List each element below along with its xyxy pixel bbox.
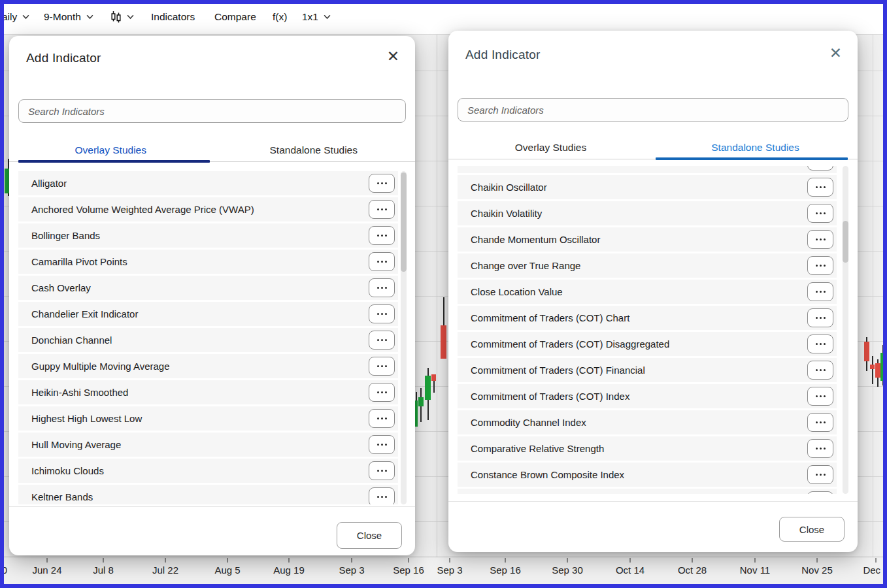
more-options-button[interactable] (807, 361, 833, 380)
ellipsis-icon (377, 496, 379, 498)
indicator-row: Donchian Channel (18, 328, 398, 352)
axis-date-label: Nov 25 (801, 564, 833, 576)
ellipsis-icon (377, 261, 379, 263)
toolbar-item-compare[interactable]: Compare (214, 0, 256, 34)
tab-overlay-studies[interactable]: Overlay Studies (448, 138, 653, 159)
tab-overlay-studies[interactable]: Overlay Studies (9, 140, 212, 161)
ellipsis-icon (816, 448, 818, 449)
ellipsis-icon (816, 212, 818, 214)
indicator-name: Constance Brown Composite Index (471, 463, 624, 487)
indicator-row: Highest High Lowest Low (18, 406, 398, 431)
toolbar-item-aily[interactable]: aily (2, 0, 29, 34)
ellipsis-icon (377, 287, 379, 289)
more-options-button[interactable] (807, 465, 833, 484)
toolbar-item-label: Compare (214, 11, 256, 23)
scrollbar-thumb[interactable] (401, 172, 407, 272)
more-options-button[interactable] (807, 308, 833, 327)
more-options-button[interactable] (807, 204, 833, 223)
indicator-name: Anchored Volume Weighted Average Price (… (31, 197, 254, 221)
indicator-name: Heikin-Ashi Smoothed (31, 380, 128, 404)
chevron-down-icon (127, 14, 134, 20)
axis-date-label: 0 (2, 564, 7, 576)
more-options-button[interactable] (807, 335, 833, 353)
indicator-list: AlligatorAnchored Volume Weighted Averag… (18, 171, 398, 504)
indicator-row: Heikin-Ashi Smoothed (18, 380, 398, 404)
indicator-name: Ichimoku Clouds (31, 459, 104, 483)
more-options-button[interactable] (369, 383, 395, 402)
indicator-row: Commitment of Traders (COT) Chart (458, 306, 837, 330)
candlestick-down (870, 356, 875, 384)
toolbar-item-f-x-[interactable]: f(x) (273, 0, 287, 34)
indicator-row: Chaikin Volatility (458, 201, 837, 225)
candlestick-down (431, 374, 436, 393)
indicator-row: Camarilla Pivot Points (18, 250, 398, 274)
more-options-button[interactable] (807, 178, 833, 197)
indicator-name: Close Location Value (471, 280, 563, 304)
more-options-button[interactable] (369, 435, 395, 454)
more-options-button[interactable] (369, 304, 395, 323)
indicator-row: Anchored Volume Weighted Average Price (… (18, 197, 398, 221)
x-axis-date-strip: 0Jun 24Jul 8Jul 22Aug 5Aug 19Sep 3Sep 16… (0, 557, 887, 585)
close-icon[interactable]: ✕ (387, 49, 399, 64)
more-options-button[interactable] (807, 491, 833, 494)
more-options-button[interactable] (369, 278, 395, 297)
ellipsis-icon (377, 182, 379, 184)
more-options-button[interactable] (807, 387, 833, 406)
more-options-button[interactable] (369, 226, 395, 245)
ellipsis-icon (377, 208, 379, 210)
axis-date-label: Oct 14 (616, 564, 644, 576)
indicator-row: Commitment of Traders (COT) Disaggregate… (458, 332, 837, 356)
more-options-button[interactable] (369, 461, 395, 480)
candlestick-down (441, 297, 446, 359)
dialog-title: Add Indicator (26, 51, 101, 65)
more-options-button[interactable] (369, 200, 395, 219)
indicator-row: Commitment of Traders (COT) Financial (458, 358, 837, 382)
more-options-button[interactable] (369, 357, 395, 376)
toolbar-item-9-month[interactable]: 9-Month (44, 0, 93, 34)
close-button[interactable]: Close (337, 522, 402, 549)
more-options-button[interactable] (807, 256, 833, 275)
toolbar-item-indicators[interactable]: Indicators (151, 0, 195, 34)
tab-standalone-studies[interactable]: Standalone Studies (212, 140, 416, 161)
list-scrollbar[interactable] (401, 171, 407, 504)
search-indicators-input[interactable] (18, 99, 406, 123)
more-options-button[interactable] (369, 331, 395, 350)
axis-date-label: Dec 9 (863, 564, 887, 576)
axis-tick (103, 558, 104, 563)
toolbar-item-1x1[interactable]: 1x1 (302, 0, 331, 34)
indicator-row-partial (458, 166, 837, 173)
indicator-name: Chaikin Oscillator (471, 175, 547, 199)
more-options-button[interactable] (807, 230, 833, 249)
candlestick-up (425, 368, 431, 420)
indicator-row: Keltner Bands (18, 485, 398, 504)
more-options-button[interactable] (807, 166, 833, 171)
indicator-row: Bollinger Bands (18, 223, 398, 248)
indicator-list: Chaikin OscillatorChaikin VolatilityChan… (458, 166, 837, 494)
axis-date-label: Oct 28 (678, 564, 707, 576)
toolbar-chart-type-button[interactable] (110, 0, 134, 34)
toolbar-item-label: 9-Month (44, 11, 81, 23)
studies-tabs: Overlay Studies Standalone Studies (448, 138, 858, 159)
more-options-button[interactable] (369, 409, 395, 428)
more-options-button[interactable] (807, 413, 833, 432)
scrollbar-thumb[interactable] (843, 221, 848, 263)
candlestick-down (875, 359, 880, 387)
axis-tick (754, 558, 756, 563)
indicator-row: Chaikin Oscillator (458, 175, 837, 199)
more-options-button[interactable] (369, 174, 395, 193)
list-scrollbar[interactable] (843, 166, 848, 494)
tab-standalone-studies[interactable]: Standalone Studies (653, 138, 858, 159)
ellipsis-icon (377, 313, 379, 315)
add-indicator-dialog-left: Add Indicator ✕ Overlay Studies Standalo… (9, 36, 415, 555)
more-options-button[interactable] (369, 487, 395, 504)
close-icon[interactable]: ✕ (829, 46, 842, 61)
indicator-name: Commodity Channel Index (471, 410, 586, 434)
search-indicators-input[interactable] (458, 98, 848, 122)
indicator-name: Commitment of Traders (COT) Chart (471, 306, 629, 330)
axis-tick (505, 558, 506, 563)
close-button[interactable]: Close (779, 517, 845, 542)
more-options-button[interactable] (807, 282, 833, 301)
chevron-down-icon (86, 14, 93, 20)
more-options-button[interactable] (807, 439, 833, 458)
more-options-button[interactable] (369, 252, 395, 271)
